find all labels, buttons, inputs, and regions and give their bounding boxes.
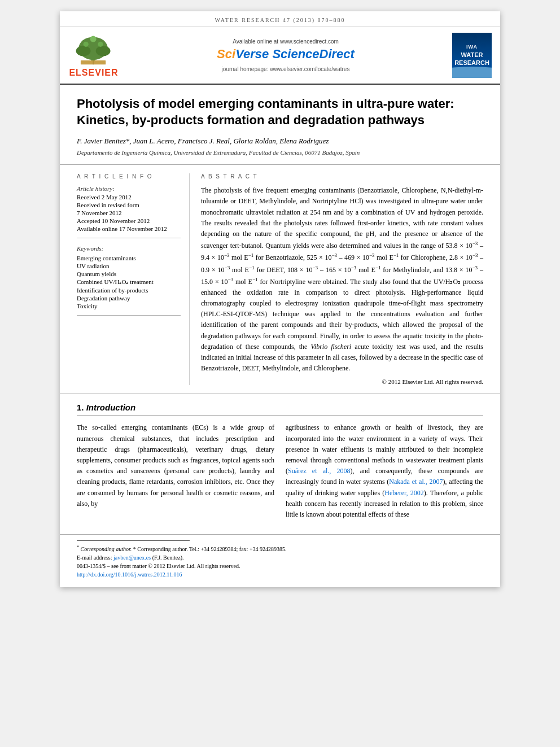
page: WATER RESEARCH 47 (2013) 870–880 ELSEVIE… [60,11,500,587]
article-info-col: A R T I C L E I N F O Article history: R… [77,173,190,385]
cite-nakada: Nakada et al., 2007 [389,478,443,486]
footer: * Corresponding author. * Corresponding … [60,534,500,587]
cite-suarez: Suárez et al., 2008 [288,467,351,475]
article-history: Article history: Received 2 May 2012 Rec… [77,185,181,232]
keywords-label: Keywords: [77,245,181,252]
footnote-issn: 0043-1354/$ – see front matter © 2012 El… [77,562,483,570]
article-info-label: A R T I C L E I N F O [77,173,181,180]
svg-point-7 [98,42,103,47]
intro-right-text: agribusiness to enhance growth or health… [286,422,483,520]
cite-heberer: Heberer, 2002 [384,489,423,497]
svg-point-6 [84,42,89,47]
available-online-text: Available online at www.sciencedirect.co… [130,38,441,45]
wr-title: WATERRESEARCH [454,51,489,66]
affiliation: Departamento de Ingeniería Química, Univ… [77,149,483,156]
section-title: Introduction [86,403,135,412]
wave-decoration [452,67,492,78]
keyword-1: Emerging contaminants [77,255,181,261]
received-date: Received 2 May 2012 [77,194,181,200]
sciverse-sci: Sci [217,47,235,61]
sciverse-brand: SciVerse ScienceDirect [130,47,441,62]
footnote-divider [77,540,190,541]
journal-title: WATER RESEARCH 47 (2013) 870–880 [215,17,345,23]
article-title: Photolysis of model emerging contaminant… [77,96,483,128]
keyword-6: Degradation pathway [77,295,181,302]
divider [77,238,181,238]
water-research-logo: IWA WATERRESEARCH [452,33,492,78]
abstract-col: A B S T R A C T The photolysis of five f… [201,173,483,385]
section-number: 1. [77,403,84,412]
svg-point-2 [76,46,91,56]
keyword-3: Quantum yields [77,270,181,277]
keyword-2: UV radiation [77,263,181,269]
doi-link[interactable]: http://dx.doi.org/10.1016/j.watres.2012.… [77,571,182,578]
email-link[interactable]: javben@unex.es [113,554,151,561]
divider-2 [77,315,181,316]
intro-right-col: agribusiness to enhance growth or health… [286,422,483,520]
sciverse-verse: Verse [235,47,272,61]
iwa-label: IWA [466,44,478,50]
elsevier-text: ELSEVIER [69,68,118,78]
introduction-title: 1. Introduction [77,403,483,416]
intro-left-text: The so-called emerging contaminants (ECs… [77,422,274,509]
footnote-corresponding: * Corresponding author. * Corresponding … [77,544,483,553]
journal-header: WATER RESEARCH 47 (2013) 870–880 [60,11,500,27]
footnote-doi: http://dx.doi.org/10.1016/j.watres.2012.… [77,570,483,579]
journal-homepage: journal homepage: www.elsevier.com/locat… [130,66,441,72]
accepted-date: Accepted 10 November 2012 [77,217,181,224]
svg-point-8 [90,36,97,42]
sciverse-direct: ScienceDirect [272,47,355,61]
revised-date: 7 November 2012 [77,209,181,216]
top-banner: ELSEVIER Available online at www.science… [60,27,500,85]
authors: F. Javier Benitez*, Juan L. Acero, Franc… [77,137,483,146]
introduction-body: The so-called emerging contaminants (ECs… [77,422,483,520]
keyword-5: Identification of by-products [77,287,181,294]
elsevier-logo: ELSEVIER [68,33,119,78]
article-title-section: Photolysis of model emerging contaminant… [60,85,500,165]
article-info-abstract-section: A R T I C L E I N F O Article history: R… [60,165,500,394]
history-label: Article history: [77,185,181,192]
available-date: Available online 17 November 2012 [77,225,181,232]
intro-left-col: The so-called emerging contaminants (ECs… [77,422,274,520]
introduction-section: 1. Introduction The so-called emerging c… [60,394,500,528]
keywords-section: Keywords: Emerging contaminants UV radia… [77,245,181,309]
abstract-label: A B S T R A C T [201,173,483,180]
keyword-4: Combined UV/H₂O₂ treatment [77,278,181,286]
center-banner: Available online at www.sciencedirect.co… [119,38,452,72]
elsevier-tree-icon [71,33,116,67]
svg-point-3 [96,46,111,56]
revised-label: Received in revised form [77,202,181,208]
footnote-email: E-mail address: javben@unex.es (F.J. Ben… [77,553,483,562]
keyword-7: Toxicity [77,303,181,309]
abstract-text: The photolysis of five frequent emerging… [201,185,483,374]
copyright: © 2012 Elsevier Ltd. All rights reserved… [201,378,483,385]
